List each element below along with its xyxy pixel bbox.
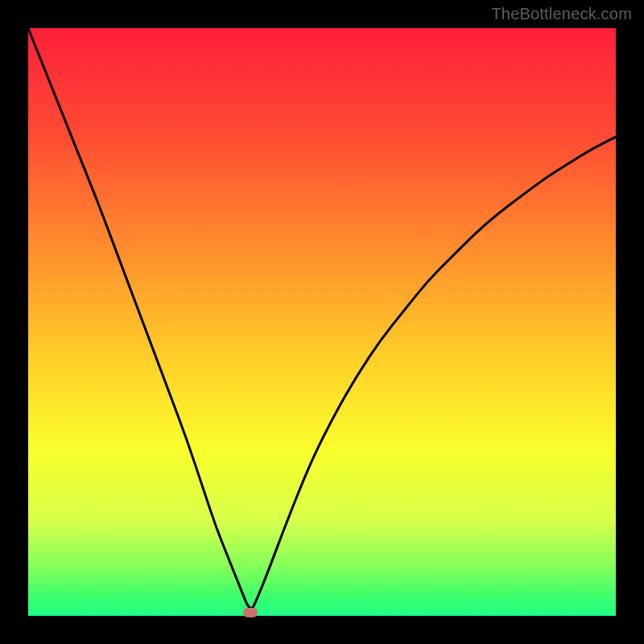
bottleneck-curve [28,28,616,616]
attribution-text: TheBottleneck.com [491,5,632,23]
chart-canvas: TheBottleneck.com [0,0,644,644]
minimum-marker [243,608,258,617]
plot-area [28,28,616,616]
